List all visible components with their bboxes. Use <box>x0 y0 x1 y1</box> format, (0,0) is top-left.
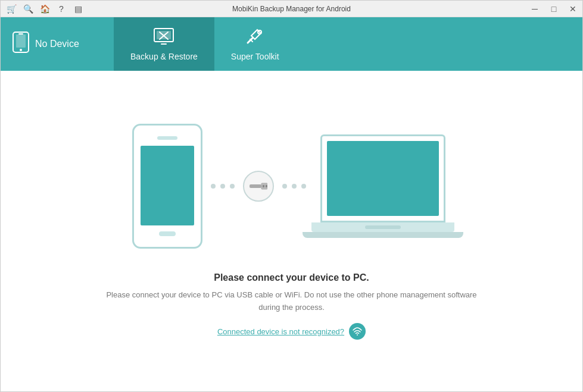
help-icon[interactable]: ? <box>53 1 70 17</box>
laptop-base <box>311 222 454 232</box>
laptop-notch <box>365 225 401 229</box>
usb-connector <box>243 171 274 202</box>
svg-point-2 <box>20 49 22 51</box>
connect-text-section: Please connect your device to PC. Please… <box>101 272 482 340</box>
wifi-icon[interactable] <box>349 323 366 340</box>
phone-button <box>159 231 176 236</box>
main-content: Please connect your device to PC. Please… <box>1 71 582 392</box>
left-dots <box>211 184 235 189</box>
phone-illustration <box>132 124 202 249</box>
dot-5 <box>292 184 297 189</box>
app-title: MobiKin Backup Manager for Android <box>232 5 351 13</box>
device-name-label: No Device <box>35 39 79 49</box>
dot-6 <box>301 184 306 189</box>
window-controls: ─ □ ✕ <box>525 1 582 17</box>
dot-1 <box>211 184 216 189</box>
tab-backup-restore-label: Backup & Restore <box>130 52 198 61</box>
not-recognized-link[interactable]: Connected device is not recognized? <box>217 327 344 336</box>
dot-4 <box>282 184 287 189</box>
svg-rect-9 <box>263 185 264 187</box>
laptop-feet <box>303 232 463 238</box>
laptop-screen-wrapper <box>320 134 445 222</box>
phone-speaker <box>157 136 177 140</box>
laptop-illustration <box>314 134 451 238</box>
nav-bar: No Device Backup & Restore <box>1 17 582 71</box>
cart-icon[interactable]: 🛒 <box>3 1 20 17</box>
maximize-button[interactable]: □ <box>544 1 563 17</box>
connect-title: Please connect your device to PC. <box>101 272 482 283</box>
connection-illustration <box>132 124 451 249</box>
title-bar-left-icons: 🛒 🔍 🏠 ? ▤ <box>1 1 86 17</box>
phone-screen <box>141 146 194 225</box>
minimize-button[interactable]: ─ <box>525 1 544 17</box>
svg-rect-7 <box>250 184 261 188</box>
connect-link-row: Connected device is not recognized? <box>101 323 482 340</box>
settings-icon[interactable]: ▤ <box>70 1 86 17</box>
tab-super-toolkit-label: Super Toolkit <box>231 52 279 61</box>
close-button[interactable]: ✕ <box>563 1 582 17</box>
dot-3 <box>230 184 235 189</box>
device-info: No Device <box>1 17 114 71</box>
connect-description: Please connect your device to PC via USB… <box>101 289 482 314</box>
svg-rect-3 <box>18 33 23 35</box>
nav-tabs: Backup & Restore Super Toolkit <box>114 17 296 71</box>
svg-rect-10 <box>266 185 267 187</box>
svg-point-11 <box>357 334 358 335</box>
search-icon[interactable]: 🔍 <box>20 1 36 17</box>
tab-super-toolkit[interactable]: Super Toolkit <box>214 17 296 71</box>
right-dots <box>282 184 306 189</box>
super-toolkit-icon <box>245 27 264 49</box>
home-icon[interactable]: 🏠 <box>36 1 53 17</box>
title-bar: 🛒 🔍 🏠 ? ▤ MobiKin Backup Manager for And… <box>1 1 582 17</box>
device-icon <box>13 32 29 57</box>
laptop-screen <box>327 141 439 216</box>
dot-2 <box>220 184 225 189</box>
svg-rect-1 <box>16 35 26 48</box>
tab-backup-restore[interactable]: Backup & Restore <box>114 17 214 71</box>
backup-restore-icon <box>153 27 174 49</box>
